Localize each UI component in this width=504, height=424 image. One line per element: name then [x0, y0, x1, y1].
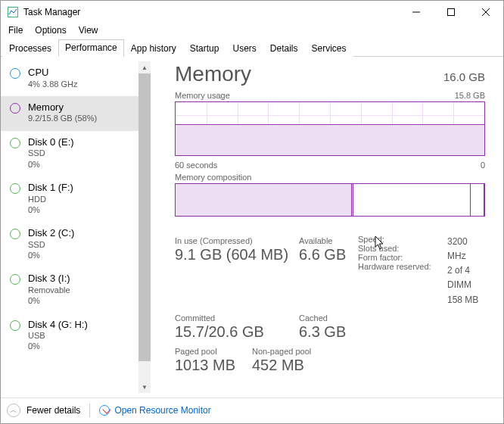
sidebar-item-sub: 4% 3.88 GHz — [28, 79, 77, 89]
tab-details[interactable]: Details — [263, 40, 305, 57]
composition-inuse — [176, 184, 352, 216]
sidebar-item-label: Disk 0 (E:) — [28, 136, 74, 148]
sidebar-item-sub: SSD — [28, 148, 74, 158]
sidebar-item-memory[interactable]: Memory 9.2/15.8 GB (58%) — [1, 96, 138, 131]
sidebar: CPU 4% 3.88 GHz Memory 9.2/15.8 GB (58%)… — [1, 57, 151, 398]
sidebar-item-sub2: 0% — [28, 295, 70, 306]
usage-label: Memory usage — [175, 91, 230, 100]
sidebar-item-sub: HDD — [28, 194, 73, 204]
main-panel: Memory 16.0 GB Memory usage 15.8 GB 60 s… — [151, 57, 503, 398]
divider — [89, 404, 90, 417]
hwres-label: Hardware reserved: — [358, 262, 447, 271]
open-resource-monitor-label: Open Resource Monitor — [114, 405, 210, 416]
svg-rect-2 — [448, 9, 455, 16]
sidebar-item-label: Disk 1 (F:) — [28, 182, 73, 194]
menu-options[interactable]: Options — [35, 25, 66, 36]
sidebar-item-cpu[interactable]: CPU 4% 3.88 GHz — [1, 61, 138, 96]
sidebar-item-sub2: 0% — [28, 250, 74, 260]
menu-view[interactable]: View — [79, 25, 98, 36]
sidebar-item-label: Disk 4 (G: H:) — [28, 319, 88, 331]
sidebar-item-label: Memory — [28, 101, 97, 114]
composition-free — [471, 184, 484, 216]
memory-usage-chart[interactable] — [175, 101, 485, 156]
resource-monitor-icon — [99, 405, 110, 416]
available-value: 6.6 GB — [299, 245, 358, 263]
scroll-thumb[interactable] — [138, 73, 151, 361]
committed-label: Committed — [175, 313, 299, 323]
tab-users[interactable]: Users — [226, 40, 263, 57]
tab-startup[interactable]: Startup — [183, 40, 226, 57]
slots-label: Slots used: — [358, 244, 447, 253]
sidebar-item-sub: SSD — [28, 239, 74, 250]
scroll-up-icon[interactable]: ▲ — [138, 61, 151, 73]
composition-standby — [353, 184, 471, 216]
committed-value: 15.7/20.6 GB — [175, 323, 299, 341]
sidebar-item-label: Disk 3 (I:) — [28, 273, 70, 285]
menu-file[interactable]: File — [8, 25, 23, 36]
nonpaged-value: 452 MB — [252, 356, 358, 374]
available-label: Available — [299, 236, 358, 245]
timeline-left: 60 seconds — [175, 161, 217, 170]
sidebar-scrollbar[interactable]: ▲ ▼ — [138, 61, 151, 393]
fewer-details-button[interactable]: Fewer details — [26, 405, 80, 416]
speed-value: 3200 MHz — [447, 235, 485, 263]
tab-performance[interactable]: Performance — [58, 39, 124, 57]
sidebar-item-label: Disk 2 (C:) — [28, 227, 74, 239]
minimize-button[interactable] — [399, 1, 434, 23]
sidebar-item-label: CPU — [28, 67, 77, 79]
disk-icon — [10, 183, 20, 194]
memory-composition-chart[interactable] — [175, 183, 485, 217]
speed-label: Speed: — [358, 235, 447, 244]
sidebar-item-sub2: 0% — [28, 341, 88, 351]
sidebar-item-disk2[interactable]: Disk 2 (C:) SSD 0% — [1, 222, 138, 267]
usage-max: 15.8 GB — [455, 91, 485, 100]
tab-app-history[interactable]: App history — [124, 40, 183, 57]
close-button[interactable] — [468, 1, 503, 23]
form-value: DIMM — [447, 278, 485, 292]
sidebar-item-sub: 9.2/15.8 GB (58%) — [28, 113, 97, 123]
total-memory: 16.0 GB — [443, 70, 485, 83]
memory-icon — [10, 103, 20, 114]
disk-icon — [10, 320, 20, 331]
disk-icon — [10, 229, 20, 239]
sidebar-item-disk1[interactable]: Disk 1 (F:) HDD 0% — [1, 176, 138, 222]
nonpaged-label: Non-paged pool — [252, 347, 358, 356]
scroll-down-icon[interactable]: ▼ — [138, 381, 151, 393]
maximize-button[interactable] — [434, 1, 468, 23]
form-label: Form factor: — [358, 253, 447, 262]
inuse-value: 9.1 GB (604 MB) — [175, 245, 299, 263]
sidebar-item-sub2: 0% — [28, 159, 74, 170]
sidebar-item-sub: Removable — [28, 285, 70, 295]
tab-processes[interactable]: Processes — [2, 40, 58, 57]
titlebar: Task Manager — [1, 1, 503, 23]
cached-value: 6.3 GB — [299, 323, 358, 341]
cpu-icon — [10, 68, 20, 79]
timeline-right: 0 — [481, 161, 485, 170]
cached-label: Cached — [299, 313, 358, 323]
disk-icon — [10, 274, 20, 285]
sidebar-item-sub2: 0% — [28, 204, 73, 215]
page-title: Memory — [175, 63, 251, 86]
slots-value: 2 of 4 — [447, 263, 485, 278]
sidebar-item-sub: USB — [28, 330, 88, 341]
inuse-label: In use (Compressed) — [175, 236, 299, 245]
tab-bar: Processes Performance App history Startu… — [1, 39, 503, 57]
disk-icon — [10, 138, 20, 148]
window-title: Task Manager — [23, 7, 80, 17]
sidebar-item-disk0[interactable]: Disk 0 (E:) SSD 0% — [1, 131, 138, 176]
composition-label: Memory composition — [175, 173, 251, 182]
tab-services[interactable]: Services — [305, 40, 353, 57]
sidebar-item-disk3[interactable]: Disk 3 (I:) Removable 0% — [1, 267, 138, 313]
sidebar-item-disk4[interactable]: Disk 4 (G: H:) USB 0% — [1, 313, 138, 359]
menubar: File Options View — [1, 23, 503, 39]
chevron-up-icon[interactable]: ︿ — [7, 404, 20, 417]
open-resource-monitor-link[interactable]: Open Resource Monitor — [99, 405, 210, 416]
task-manager-icon — [7, 6, 19, 18]
hwres-value: 158 MB — [447, 293, 485, 307]
footer: ︿ Fewer details Open Resource Monitor — [1, 398, 503, 422]
